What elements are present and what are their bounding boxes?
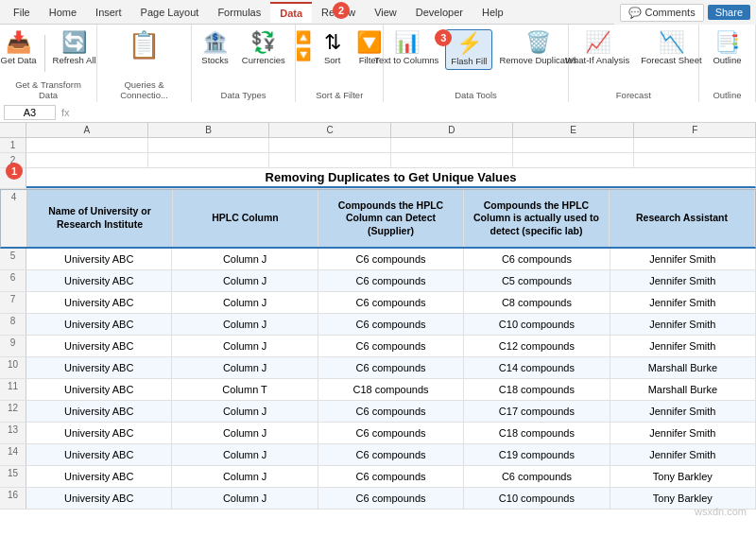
- cell-16-1[interactable]: Column J: [172, 488, 318, 509]
- tab-data[interactable]: Data: [270, 2, 312, 23]
- name-box[interactable]: [4, 105, 56, 120]
- cell-15-2[interactable]: C6 compounds: [318, 466, 464, 487]
- cell-13-4[interactable]: Jennifer Smith: [610, 423, 756, 443]
- cell-15-3[interactable]: C6 compounds: [464, 466, 610, 487]
- tab-view[interactable]: View: [365, 3, 406, 22]
- cell-14-3[interactable]: C19 compounds: [464, 444, 610, 465]
- cell-10-0[interactable]: University ABC: [26, 357, 172, 378]
- cell-8-3[interactable]: C10 compounds: [464, 314, 610, 335]
- cell-16-2[interactable]: C6 compounds: [318, 488, 464, 509]
- cell-8-4[interactable]: Jennifer Smith: [610, 314, 756, 335]
- cell-6-0[interactable]: University ABC: [26, 270, 172, 291]
- cell-9-2[interactable]: C6 compounds: [318, 336, 464, 356]
- refresh-all-button[interactable]: 🔄 Refresh All: [48, 29, 101, 68]
- cell-7-0[interactable]: University ABC: [26, 292, 172, 313]
- cell-13-2[interactable]: C6 compounds: [318, 423, 464, 443]
- cell-5-3[interactable]: C6 compounds: [464, 249, 610, 269]
- cell-10-3[interactable]: C14 compounds: [464, 357, 610, 378]
- col-a: A: [26, 123, 148, 137]
- cell-1c[interactable]: [269, 138, 391, 152]
- cell-11-2[interactable]: C18 compounds: [318, 379, 464, 400]
- header-col-4: Compounds the HPLC Column is actually us…: [464, 190, 610, 247]
- cell-5-2[interactable]: C6 compounds: [318, 249, 464, 269]
- cell-14-2[interactable]: C6 compounds: [318, 444, 464, 465]
- flash-fill-button[interactable]: ⚡ Flash Fill: [445, 29, 492, 70]
- cell-11-0[interactable]: University ABC: [26, 379, 172, 400]
- cell-10-1[interactable]: Column J: [172, 357, 318, 378]
- tab-help[interactable]: Help: [472, 3, 513, 22]
- sort-button[interactable]: ⇅ Sort: [316, 29, 350, 68]
- cell-1e[interactable]: [513, 138, 635, 152]
- cell-8-1[interactable]: Column J: [172, 314, 318, 335]
- cell-9-3[interactable]: C12 compounds: [464, 336, 610, 356]
- cell-9-1[interactable]: Column J: [172, 336, 318, 356]
- cell-10-4[interactable]: Marshall Burke: [610, 357, 756, 378]
- cell-2e[interactable]: [513, 153, 635, 167]
- tab-formulas[interactable]: Formulas: [208, 3, 270, 22]
- cell-16-0[interactable]: University ABC: [26, 488, 172, 509]
- cell-12-2[interactable]: C6 compounds: [318, 401, 464, 422]
- cell-7-3[interactable]: C8 compounds: [464, 292, 610, 313]
- comments-button[interactable]: 💬 Comments: [620, 4, 703, 22]
- cell-14-4[interactable]: Jennifer Smith: [610, 444, 756, 465]
- cell-8-2[interactable]: C6 compounds: [318, 314, 464, 335]
- cell-9-0[interactable]: University ABC: [26, 336, 172, 356]
- cell-7-1[interactable]: Column J: [172, 292, 318, 313]
- get-data-button[interactable]: 📥 Get Data: [0, 29, 42, 68]
- outline-button[interactable]: 📑 Outline: [708, 29, 746, 68]
- tab-developer[interactable]: Developer: [406, 3, 472, 22]
- tab-file[interactable]: File: [4, 3, 40, 22]
- cell-15-1[interactable]: Column J: [172, 466, 318, 487]
- cell-9-4[interactable]: Jennifer Smith: [610, 336, 756, 356]
- cell-10-2[interactable]: C6 compounds: [318, 357, 464, 378]
- cell-15-0[interactable]: University ABC: [26, 466, 172, 487]
- queries-connections-button[interactable]: 📋: [123, 29, 165, 61]
- text-to-columns-button[interactable]: 📊 Text to Columns: [369, 29, 443, 68]
- cell-1f[interactable]: [634, 138, 756, 152]
- cell-13-0[interactable]: University ABC: [26, 423, 172, 443]
- share-button[interactable]: Share: [708, 5, 750, 20]
- what-if-button[interactable]: 📈 What-If Analysis: [560, 29, 634, 68]
- cell-2c[interactable]: [269, 153, 391, 167]
- comment-icon: 💬: [628, 7, 642, 19]
- cell-12-1[interactable]: Column J: [172, 401, 318, 422]
- cell-1b[interactable]: [148, 138, 270, 152]
- cell-6-4[interactable]: Jennifer Smith: [610, 270, 756, 291]
- cell-7-4[interactable]: Jennifer Smith: [610, 292, 756, 313]
- cell-1d[interactable]: [391, 138, 513, 152]
- cell-13-3[interactable]: C18 compounds: [464, 423, 610, 443]
- cell-2a[interactable]: [26, 153, 148, 167]
- cell-11-4[interactable]: Marshall Burke: [610, 379, 756, 400]
- sort-desc-button[interactable]: 🔽: [293, 46, 314, 62]
- cell-2f[interactable]: [634, 153, 756, 167]
- col-d: D: [391, 123, 513, 137]
- tab-page-layout[interactable]: Page Layout: [131, 3, 209, 22]
- cell-14-0[interactable]: University ABC: [26, 444, 172, 465]
- cell-6-3[interactable]: C5 compounds: [464, 270, 610, 291]
- cell-11-1[interactable]: Column T: [172, 379, 318, 400]
- cell-5-1[interactable]: Column J: [172, 249, 318, 269]
- cell-2d[interactable]: [391, 153, 513, 167]
- cell-11-3[interactable]: C18 compounds: [464, 379, 610, 400]
- cell-16-3[interactable]: C10 compounds: [464, 488, 610, 509]
- cell-2b[interactable]: [148, 153, 270, 167]
- cell-12-0[interactable]: University ABC: [26, 401, 172, 422]
- currencies-button[interactable]: 💱 Currencies: [237, 29, 290, 68]
- cell-12-3[interactable]: C17 compounds: [464, 401, 610, 422]
- cell-8-0[interactable]: University ABC: [26, 314, 172, 335]
- forecast-sheet-button[interactable]: 📉 Forecast Sheet: [636, 29, 706, 68]
- cell-15-4[interactable]: Tony Barkley: [610, 466, 756, 487]
- cell-1a[interactable]: [26, 138, 148, 152]
- cell-5-4[interactable]: Jennifer Smith: [610, 249, 756, 269]
- cell-7-2[interactable]: C6 compounds: [318, 292, 464, 313]
- tab-home[interactable]: Home: [40, 3, 86, 22]
- cell-12-4[interactable]: Jennifer Smith: [610, 401, 756, 422]
- stocks-button[interactable]: 🏦 Stocks: [197, 29, 233, 68]
- tab-insert[interactable]: Insert: [86, 3, 131, 22]
- cell-13-1[interactable]: Column J: [172, 423, 318, 443]
- cell-6-1[interactable]: Column J: [172, 270, 318, 291]
- cell-5-0[interactable]: University ABC: [26, 249, 172, 269]
- cell-14-1[interactable]: Column J: [172, 444, 318, 465]
- sort-asc-button[interactable]: 🔼: [293, 29, 314, 45]
- cell-6-2[interactable]: C6 compounds: [318, 270, 464, 291]
